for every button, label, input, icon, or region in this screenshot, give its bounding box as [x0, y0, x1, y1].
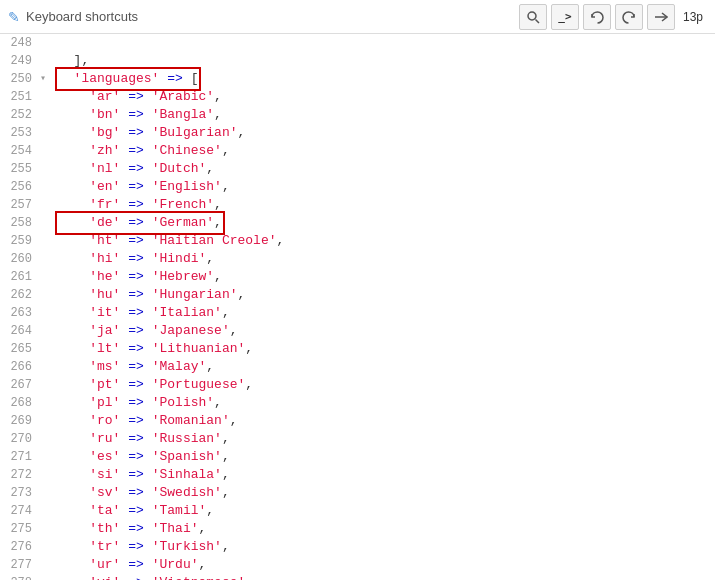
table-row: 271 'es' => 'Spanish',: [0, 448, 715, 466]
fold-arrow: [40, 322, 54, 340]
line-code: 'zh' => 'Chinese',: [54, 142, 715, 160]
line-number: 251: [0, 88, 40, 106]
line-code: [54, 34, 715, 52]
line-number: 267: [0, 376, 40, 394]
line-number: 262: [0, 286, 40, 304]
line-code: 'tr' => 'Turkish',: [54, 538, 715, 556]
line-code: 'hu' => 'Hungarian',: [54, 286, 715, 304]
line-number: 268: [0, 394, 40, 412]
fold-arrow: [40, 52, 54, 70]
fold-arrow: [40, 250, 54, 268]
line-code: 'fr' => 'French',: [54, 196, 715, 214]
table-row: 263 'it' => 'Italian',: [0, 304, 715, 322]
line-code: 'ht' => 'Haitian Creole',: [54, 232, 715, 250]
table-row: 265 'lt' => 'Lithuanian',: [0, 340, 715, 358]
line-number: 257: [0, 196, 40, 214]
line-code: 'pl' => 'Polish',: [54, 394, 715, 412]
table-row: 252 'bn' => 'Bangla',: [0, 106, 715, 124]
table-row: 264 'ja' => 'Japanese',: [0, 322, 715, 340]
code-table: 248249 ],250▾ 'languages' => [251 'ar' =…: [0, 34, 715, 580]
table-row: 253 'bg' => 'Bulgarian',: [0, 124, 715, 142]
table-row: 272 'si' => 'Sinhala',: [0, 466, 715, 484]
line-code: 'lt' => 'Lithuanian',: [54, 340, 715, 358]
fold-arrow[interactable]: ▾: [40, 70, 54, 88]
table-row: 250▾ 'languages' => [: [0, 70, 715, 88]
fold-arrow: [40, 340, 54, 358]
fold-arrow: [40, 394, 54, 412]
table-row: 256 'en' => 'English',: [0, 178, 715, 196]
line-code: 'en' => 'English',: [54, 178, 715, 196]
line-number: 256: [0, 178, 40, 196]
line-number: 253: [0, 124, 40, 142]
search-button[interactable]: [519, 4, 547, 30]
line-code: 'nl' => 'Dutch',: [54, 160, 715, 178]
table-row: 273 'sv' => 'Swedish',: [0, 484, 715, 502]
table-row: 266 'ms' => 'Malay',: [0, 358, 715, 376]
line-code: 'pt' => 'Portuguese',: [54, 376, 715, 394]
line-number: 248: [0, 34, 40, 52]
table-row: 248: [0, 34, 715, 52]
table-row: 278 'vi' => 'Vietnamese': [0, 574, 715, 580]
table-row: 260 'hi' => 'Hindi',: [0, 250, 715, 268]
fold-arrow: [40, 556, 54, 574]
table-row: 261 'he' => 'Hebrew',: [0, 268, 715, 286]
fold-arrow: [40, 412, 54, 430]
line-number: 252: [0, 106, 40, 124]
arrow-button[interactable]: [647, 4, 675, 30]
redo-button[interactable]: [615, 4, 643, 30]
line-code: 'th' => 'Thai',: [54, 520, 715, 538]
fold-arrow: [40, 286, 54, 304]
line-number: 271: [0, 448, 40, 466]
fold-arrow: [40, 430, 54, 448]
fold-arrow: [40, 358, 54, 376]
table-row: 254 'zh' => 'Chinese',: [0, 142, 715, 160]
line-code: 'vi' => 'Vietnamese': [54, 574, 715, 580]
top-bar: ✎ Keyboard shortcuts _>: [0, 0, 715, 34]
fold-arrow: [40, 538, 54, 556]
terminal-button[interactable]: _>: [551, 4, 579, 30]
line-number: 255: [0, 160, 40, 178]
line-number: 269: [0, 412, 40, 430]
line-number: 249: [0, 52, 40, 70]
line-number: 274: [0, 502, 40, 520]
line-code: 'ja' => 'Japanese',: [54, 322, 715, 340]
line-code: 'ur' => 'Urdu',: [54, 556, 715, 574]
table-row: 275 'th' => 'Thai',: [0, 520, 715, 538]
line-code: 'ar' => 'Arabic',: [54, 88, 715, 106]
fold-arrow: [40, 106, 54, 124]
fold-arrow: [40, 160, 54, 178]
line-number: 263: [0, 304, 40, 322]
table-row: 267 'pt' => 'Portuguese',: [0, 376, 715, 394]
fold-arrow: [40, 178, 54, 196]
line-code: 'hi' => 'Hindi',: [54, 250, 715, 268]
line-number: 277: [0, 556, 40, 574]
code-editor[interactable]: 248249 ],250▾ 'languages' => [251 'ar' =…: [0, 34, 715, 580]
line-code: 'languages' => [: [54, 70, 715, 88]
line-code: 'it' => 'Italian',: [54, 304, 715, 322]
table-row: 274 'ta' => 'Tamil',: [0, 502, 715, 520]
fold-arrow: [40, 232, 54, 250]
font-size-label: 13p: [679, 10, 707, 24]
table-row: 268 'pl' => 'Polish',: [0, 394, 715, 412]
svg-point-0: [528, 12, 536, 20]
table-row: 258 'de' => 'German',: [0, 214, 715, 232]
line-code: ],: [54, 52, 715, 70]
line-number: 275: [0, 520, 40, 538]
fold-arrow: [40, 520, 54, 538]
line-code: 'bn' => 'Bangla',: [54, 106, 715, 124]
fold-arrow: [40, 142, 54, 160]
undo-button[interactable]: [583, 4, 611, 30]
fold-arrow: [40, 124, 54, 142]
line-code: 'ta' => 'Tamil',: [54, 502, 715, 520]
line-number: 260: [0, 250, 40, 268]
table-row: 249 ],: [0, 52, 715, 70]
table-row: 262 'hu' => 'Hungarian',: [0, 286, 715, 304]
line-code: 'ru' => 'Russian',: [54, 430, 715, 448]
line-number: 273: [0, 484, 40, 502]
line-number: 265: [0, 340, 40, 358]
fold-arrow: [40, 34, 54, 52]
line-number: 254: [0, 142, 40, 160]
line-number: 276: [0, 538, 40, 556]
fold-arrow: [40, 376, 54, 394]
line-number: 272: [0, 466, 40, 484]
